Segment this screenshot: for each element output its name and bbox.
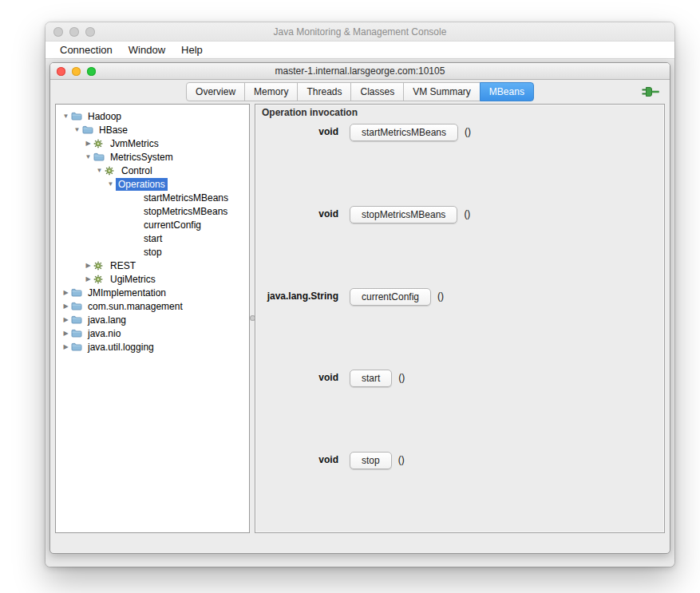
tree-item-label: stop bbox=[141, 246, 164, 259]
operation-signature: () bbox=[437, 288, 444, 305]
tab-overview[interactable]: Overview bbox=[186, 82, 245, 101]
mbeans-tree-panel: ▼Hadoop▼HBase▶JvmMetrics▼MetricsSystem▼C… bbox=[55, 104, 250, 533]
collapsed-triangle-icon[interactable]: ▶ bbox=[61, 286, 71, 299]
tree-item-label: java.lang bbox=[85, 314, 129, 326]
operation-invocation-panel: Operation invocation voidstartMetricsMBe… bbox=[255, 104, 665, 533]
menu-bar: ConnectionWindowHelp bbox=[45, 41, 674, 59]
tree-item-label: startMetricsMBeans bbox=[141, 192, 231, 204]
tree-item-label: java.nio bbox=[85, 327, 123, 340]
menu-connection[interactable]: Connection bbox=[52, 44, 121, 56]
collapsed-triangle-icon[interactable]: ▶ bbox=[61, 299, 71, 313]
tree-item-java-lang[interactable]: ▶java.lang bbox=[56, 313, 249, 326]
expanded-triangle-icon[interactable]: ▼ bbox=[94, 164, 105, 177]
outer-window-controls bbox=[53, 27, 95, 37]
tree-item-label: start bbox=[141, 232, 164, 245]
operation-button-start[interactable]: start bbox=[350, 370, 392, 387]
tab-mbeans[interactable]: MBeans bbox=[480, 82, 534, 101]
expanded-triangle-icon[interactable]: ▼ bbox=[83, 150, 93, 164]
connection-window: master-1.internal.larsgeorge.com:10105 O… bbox=[49, 62, 670, 554]
expanded-triangle-icon[interactable]: ▼ bbox=[61, 109, 71, 123]
collapsed-triangle-icon[interactable]: ▶ bbox=[61, 326, 71, 340]
tree-item-com-sun-management[interactable]: ▶com.sun.management bbox=[56, 299, 249, 313]
tree-item-label: currentConfig bbox=[141, 219, 204, 231]
tree-item-label: REST bbox=[108, 259, 138, 272]
tree-item-java-nio[interactable]: ▶java.nio bbox=[56, 326, 249, 340]
tree-item-jvmmetrics[interactable]: ▶JvmMetrics bbox=[56, 136, 249, 150]
expanded-triangle-icon[interactable]: ▼ bbox=[105, 177, 116, 191]
collapsed-triangle-icon[interactable]: ▶ bbox=[61, 313, 71, 326]
folder-icon bbox=[71, 329, 85, 338]
tree-item-label: com.sun.management bbox=[85, 300, 185, 313]
operation-button-stop[interactable]: stop bbox=[350, 452, 392, 469]
operation-row-startmetricsmbeans: voidstartMetricsMBeans() bbox=[262, 116, 658, 198]
tree-item-currentconfig[interactable]: currentConfig bbox=[56, 218, 249, 231]
tree-item-stop[interactable]: stop bbox=[56, 245, 249, 259]
tab-classes[interactable]: Classes bbox=[350, 82, 404, 101]
tree-item-operations[interactable]: ▼Operations bbox=[56, 177, 249, 191]
menu-help[interactable]: Help bbox=[173, 44, 211, 56]
tree-item-ugimetrics[interactable]: ▶UgiMetrics bbox=[56, 272, 249, 286]
folder-icon bbox=[82, 125, 97, 134]
collapsed-triangle-icon[interactable]: ▶ bbox=[83, 259, 93, 272]
tab-strip: OverviewMemoryThreadsClassesVM SummaryMB… bbox=[186, 82, 534, 101]
mbean-icon bbox=[105, 166, 119, 176]
close-button[interactable] bbox=[57, 67, 65, 76]
folder-icon bbox=[71, 112, 85, 121]
connection-titlebar[interactable]: master-1.internal.larsgeorge.com:10105 bbox=[50, 63, 670, 80]
outer-titlebar[interactable]: Java Monitoring & Management Console bbox=[45, 22, 674, 41]
operation-row-stopmetricsmbeans: voidstopMetricsMBeans() bbox=[262, 198, 658, 280]
tab-memory[interactable]: Memory bbox=[244, 82, 298, 101]
expanded-triangle-icon[interactable]: ▼ bbox=[72, 123, 82, 136]
operation-rows: voidstartMetricsMBeans()voidstopMetricsM… bbox=[262, 116, 658, 526]
tree-item-java-util-logging[interactable]: ▶java.util.logging bbox=[56, 340, 249, 354]
desktop: Java Monitoring & Management Console Con… bbox=[0, 0, 700, 593]
tree-item-label: Control bbox=[119, 164, 155, 177]
panel-title: Operation invocation bbox=[262, 107, 358, 118]
folder-icon bbox=[93, 152, 108, 161]
tree-item-startmetricsmbeans[interactable]: startMetricsMBeans bbox=[56, 191, 249, 204]
operation-button-startmetricsmbeans[interactable]: startMetricsMBeans bbox=[350, 124, 458, 141]
tab-vm-summary[interactable]: VM Summary bbox=[403, 82, 481, 101]
operation-button-currentconfig[interactable]: currentConfig bbox=[350, 288, 431, 306]
tree-item-label: Operations bbox=[116, 178, 168, 191]
mbeans-split-pane: ▼Hadoop▼HBase▶JvmMetrics▼MetricsSystem▼C… bbox=[55, 104, 665, 533]
minimize-button[interactable] bbox=[72, 67, 81, 76]
tree-item-hadoop[interactable]: ▼Hadoop bbox=[56, 109, 249, 123]
operation-return-type: void bbox=[262, 370, 338, 386]
operation-button-stopmetricsmbeans[interactable]: stopMetricsMBeans bbox=[350, 206, 457, 223]
tree-item-label: stopMetricsMBeans bbox=[141, 205, 230, 218]
menu-window[interactable]: Window bbox=[121, 44, 173, 56]
tree-item-stopmetricsmbeans[interactable]: stopMetricsMBeans bbox=[56, 204, 249, 218]
tree-item-label: Hadoop bbox=[85, 110, 124, 123]
zoom-button[interactable] bbox=[87, 67, 96, 76]
operation-row-start: voidstart() bbox=[262, 362, 658, 444]
close-button[interactable] bbox=[53, 27, 63, 37]
tree-item-label: JvmMetrics bbox=[108, 137, 161, 150]
tree-item-label: MetricsSystem bbox=[108, 151, 176, 164]
jconsole-window: Java Monitoring & Management Console Con… bbox=[45, 22, 674, 567]
tree-item-hbase[interactable]: ▼HBase bbox=[56, 123, 249, 136]
operation-return-type: void bbox=[262, 206, 338, 223]
collapsed-triangle-icon[interactable]: ▶ bbox=[83, 136, 93, 150]
tree-item-start[interactable]: start bbox=[56, 231, 249, 245]
tree-item-rest[interactable]: ▶REST bbox=[56, 259, 249, 272]
operation-return-type: java.lang.String bbox=[262, 288, 338, 305]
collapsed-triangle-icon[interactable]: ▶ bbox=[61, 340, 71, 354]
mdi-desktop: master-1.internal.larsgeorge.com:10105 O… bbox=[45, 60, 674, 567]
operation-return-type: void bbox=[262, 452, 338, 468]
minimize-button[interactable] bbox=[69, 27, 79, 37]
collapsed-triangle-icon[interactable]: ▶ bbox=[83, 272, 93, 286]
tree-item-control[interactable]: ▼Control bbox=[56, 164, 249, 177]
operation-return-type: void bbox=[262, 124, 338, 140]
operation-signature: () bbox=[465, 124, 471, 140]
mbean-icon bbox=[93, 261, 108, 271]
zoom-button[interactable] bbox=[85, 27, 95, 37]
tree-item-jmimplementation[interactable]: ▶JMImplementation bbox=[56, 286, 249, 299]
tree-item-label: java.util.logging bbox=[85, 341, 156, 354]
tab-threads[interactable]: Threads bbox=[297, 82, 351, 101]
operation-signature: () bbox=[398, 370, 405, 386]
tree-item-metricssystem[interactable]: ▼MetricsSystem bbox=[56, 150, 249, 164]
tab-bar: OverviewMemoryThreadsClassesVM SummaryMB… bbox=[50, 80, 670, 104]
tree-item-label: HBase bbox=[97, 124, 130, 136]
mbean-icon bbox=[93, 275, 108, 284]
